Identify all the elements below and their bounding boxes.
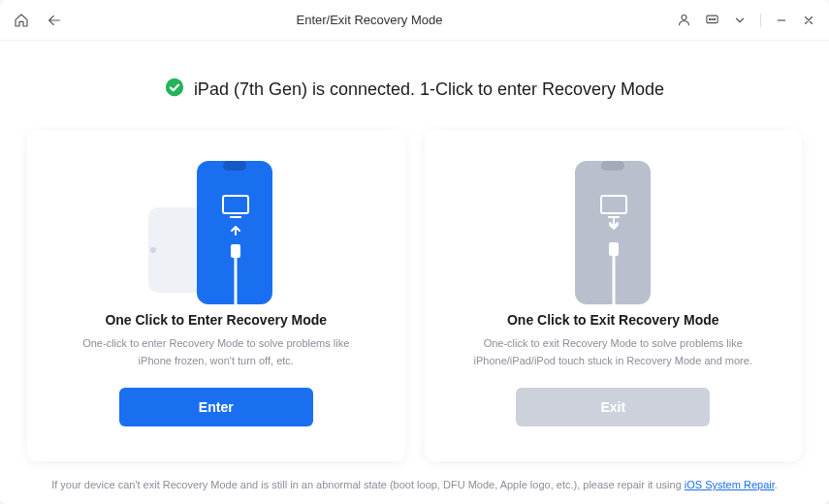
svg-rect-14 [601, 161, 624, 171]
window-title: Enter/Exit Recovery Mode [62, 13, 677, 27]
svg-rect-16 [609, 242, 619, 256]
close-icon[interactable] [802, 14, 815, 27]
header-left-group [14, 13, 62, 28]
footer-text-prefix: If your device can't exit Recovery Mode … [51, 479, 685, 490]
header-bar: Enter/Exit Recovery Mode [0, 0, 829, 41]
svg-point-4 [714, 18, 715, 19]
exit-illustration [454, 149, 774, 304]
app-window: Enter/Exit Recovery Mode [0, 0, 829, 504]
footer-note: If your device can't exit Recovery Mode … [27, 461, 802, 504]
header-divider [760, 14, 761, 27]
enter-button[interactable]: Enter [119, 388, 313, 426]
svg-point-0 [682, 16, 686, 20]
cards-row: One Click to Enter Recovery Mode One-cli… [27, 130, 802, 461]
exit-card-desc: One-click to exit Recovery Mode to solve… [454, 335, 774, 374]
home-icon[interactable] [14, 13, 29, 28]
exit-card-title: One Click to Exit Recovery Mode [507, 312, 719, 328]
svg-rect-9 [223, 161, 246, 171]
svg-rect-11 [231, 244, 240, 258]
feedback-icon[interactable] [705, 13, 719, 27]
svg-rect-12 [234, 258, 237, 304]
enter-card-title: One Click to Enter Recovery Mode [105, 312, 327, 328]
minimize-icon[interactable] [775, 14, 788, 27]
chevron-down-icon[interactable] [733, 14, 747, 27]
status-row: iPad (7th Gen) is connected. 1-Click to … [27, 41, 802, 130]
enter-illustration [56, 149, 376, 304]
account-icon[interactable] [677, 13, 691, 27]
svg-point-7 [150, 247, 156, 253]
check-circle-icon [165, 78, 184, 101]
svg-rect-17 [613, 256, 616, 304]
svg-point-3 [712, 18, 713, 19]
header-right-group [677, 13, 815, 27]
exit-recovery-card: One Click to Exit Recovery Mode One-clic… [425, 130, 803, 461]
svg-point-5 [166, 79, 183, 96]
status-text: iPad (7th Gen) is connected. 1-Click to … [194, 79, 664, 100]
main-content: iPad (7th Gen) is connected. 1-Click to … [0, 41, 829, 504]
back-icon[interactable] [47, 13, 62, 28]
ios-system-repair-link[interactable]: iOS System Repair [685, 479, 775, 490]
exit-button[interactable]: Exit [516, 388, 710, 426]
footer-text-suffix: . [775, 479, 778, 490]
svg-point-2 [709, 18, 710, 19]
enter-card-desc: One-click to enter Recovery Mode to solv… [56, 335, 376, 374]
enter-recovery-card: One Click to Enter Recovery Mode One-cli… [27, 130, 405, 461]
